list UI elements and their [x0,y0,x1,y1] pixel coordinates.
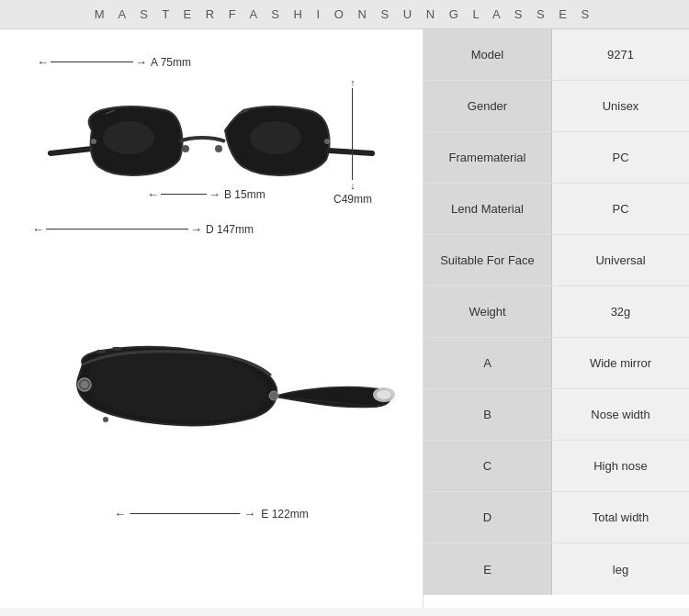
spec-row: Weight32g [424,286,689,338]
svg-point-0 [103,121,154,154]
arrow-left-b: ← [147,187,159,201]
arrow-left-e: ← [114,507,126,521]
spec-value: Total width [552,492,689,543]
main-content: ← → A 75mm [0,29,689,608]
spec-label: Weight [424,286,552,337]
spec-row: GenderUnisex [424,81,689,132]
dim-e-label: E 122mm [261,508,308,521]
svg-point-5 [324,139,330,144]
arrow-right-a: → [135,55,147,69]
dim-d-label: D 147mm [206,223,254,236]
dimension-c: ↑ ↓ C49mm [333,77,372,206]
spec-label: D [424,492,552,543]
dimension-e: ← → E 122mm [114,507,308,521]
spec-label: A [424,338,552,388]
page-header: M A S T E R F A S H I O N S U N G L A S … [0,0,689,29]
spec-label: Gender [424,81,552,131]
svg-rect-12 [112,347,121,351]
svg-point-4 [91,139,96,144]
spec-value: Wide mirror [552,338,689,388]
svg-point-1 [250,121,301,154]
svg-point-9 [81,381,88,388]
glasses-side-view [28,337,395,475]
spec-value: PC [552,184,689,234]
arrow-right-d: → [190,222,202,236]
spec-row: AWide mirror [424,338,689,389]
spec-label: E [424,543,552,595]
brand-title: M A S T E R F A S H I O N S U N G L A S … [95,7,594,21]
dim-a-label: A 75mm [151,56,191,69]
right-panel: Model9271GenderUnisexFramematerialPCLend… [423,29,689,608]
dimension-a: ← → A 75mm [37,55,191,69]
arrow-up-c: ↑ [350,77,356,88]
arrow-left-a: ← [37,55,49,69]
arrow-left-d: ← [32,222,44,236]
specs-table: Model9271GenderUnisexFramematerialPCLend… [424,29,689,595]
spec-value: Nose width [552,389,689,440]
spec-label: Model [424,29,552,80]
spec-row: Model9271 [424,29,689,81]
spec-label: Suitable For Face [424,235,552,286]
dimension-b: ← → B 15mm [147,187,265,201]
spec-row: Lend MaterialPC [424,184,689,235]
spec-value: Universal [552,235,689,286]
svg-rect-11 [96,350,106,353]
bottom-glasses-area: ← → E 122mm [18,332,404,525]
spec-label: Lend Material [424,184,552,234]
svg-point-10 [269,391,278,400]
svg-point-2 [182,145,189,152]
arrow-right-e: → [243,507,255,521]
svg-point-3 [215,145,222,152]
spec-row: CHigh nose [424,441,689,492]
svg-point-13 [103,417,108,422]
spec-value: High nose [552,441,689,491]
spec-row: DTotal width [424,492,689,543]
arrow-down-c: ↓ [350,180,356,191]
spec-row: FramematerialPC [424,132,689,184]
dimension-d: ← → D 147mm [32,222,254,236]
spec-label: B [424,389,552,440]
left-panel: ← → A 75mm [0,29,423,608]
spec-label: Framematerial [424,132,552,183]
spec-value: Unisex [552,81,689,131]
spec-label: C [424,441,552,491]
svg-point-7 [377,390,391,399]
spec-value: leg [552,543,689,595]
top-glasses-area: ← → A 75mm [18,39,404,314]
spec-value: PC [552,132,689,183]
dim-b-label: B 15mm [224,188,265,201]
dim-c-label: C49mm [333,193,372,206]
spec-row: Eleg [424,543,689,595]
arrow-right-b: → [209,187,220,201]
spec-value: 9271 [552,29,689,80]
spec-row: BNose width [424,389,689,441]
spec-row: Suitable For FaceUniversal [424,235,689,286]
spec-value: 32g [552,286,689,337]
